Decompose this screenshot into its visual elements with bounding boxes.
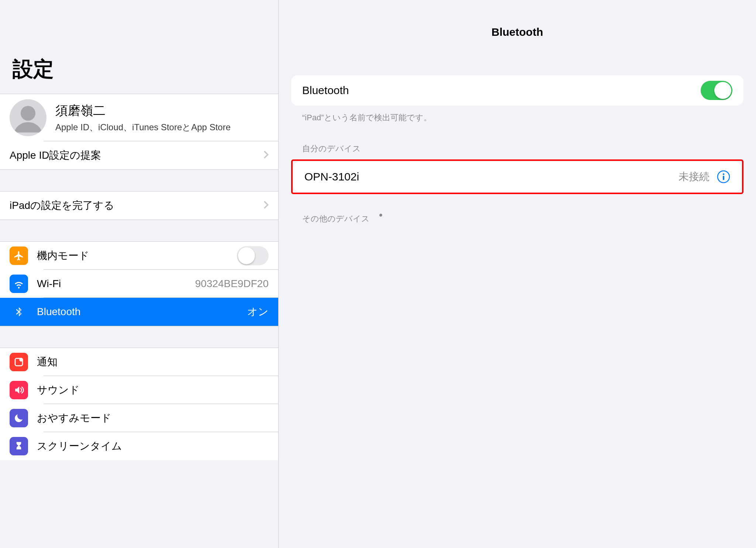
- chevron-right-icon: [263, 200, 269, 211]
- my-devices-card: OPN-3102i 未接続: [293, 162, 741, 192]
- sidebar-item-airplane[interactable]: 機内モード: [0, 242, 278, 270]
- bluetooth-label: Bluetooth: [37, 306, 247, 318]
- general-group: 通知 サウンド おやすみモード スクリーンタイム: [0, 348, 278, 460]
- settings-title: 設定: [0, 0, 278, 94]
- svg-point-2: [19, 358, 23, 362]
- moon-icon: [10, 409, 28, 427]
- wifi-label: Wi-Fi: [37, 278, 195, 290]
- finish-setup-group: iPadの設定を完了する: [0, 191, 278, 220]
- discoverable-caption: “iPad”という名前で検出可能です。: [291, 106, 743, 123]
- airplane-label: 機内モード: [37, 249, 237, 263]
- info-icon[interactable]: [717, 170, 730, 183]
- spinner-icon: [376, 214, 386, 224]
- screentime-label: スクリーンタイム: [37, 439, 269, 453]
- settings-sidebar: 設定 須磨嶺二 Apple ID、iCloud、iTunes StoreとApp…: [0, 0, 279, 548]
- airplane-icon: [10, 247, 28, 265]
- other-devices-row: その他のデバイス: [291, 194, 743, 224]
- appleid-group: 須磨嶺二 Apple ID、iCloud、iTunes StoreとApp St…: [0, 94, 278, 170]
- svg-rect-5: [723, 176, 724, 180]
- notifications-icon: [10, 353, 28, 371]
- other-devices-header: その他のデバイス: [302, 213, 370, 224]
- bluetooth-value: オン: [247, 305, 269, 319]
- avatar-icon: [10, 99, 46, 136]
- notifications-label: 通知: [37, 355, 269, 369]
- finish-setup-label: iPadの設定を完了する: [10, 199, 258, 213]
- sidebar-item-screentime[interactable]: スクリーンタイム: [0, 432, 278, 460]
- wifi-value: 90324BE9DF20: [195, 278, 269, 290]
- sidebar-item-wifi[interactable]: Wi-Fi 90324BE9DF20: [0, 270, 278, 298]
- svg-point-4: [723, 173, 724, 175]
- sidebar-item-bluetooth[interactable]: Bluetooth オン: [0, 298, 278, 326]
- appleid-sub: Apple ID、iCloud、iTunes StoreとApp Store: [55, 121, 269, 133]
- bluetooth-toggle-row[interactable]: Bluetooth: [291, 75, 743, 106]
- svg-point-0: [21, 106, 35, 121]
- bluetooth-toggle-label: Bluetooth: [302, 84, 701, 97]
- appleid-suggestion-row[interactable]: Apple ID設定の提案: [0, 141, 278, 169]
- device-name: OPN-3102i: [304, 170, 679, 183]
- dnd-label: おやすみモード: [37, 411, 269, 425]
- chevron-right-icon: [263, 150, 269, 161]
- appleid-name: 須磨嶺二: [55, 102, 269, 119]
- appleid-row[interactable]: 須磨嶺二 Apple ID、iCloud、iTunes StoreとApp St…: [0, 94, 278, 141]
- connectivity-group: 機内モード Wi-Fi 90324BE9DF20 Bluetooth オン: [0, 241, 278, 326]
- detail-title: Bluetooth: [279, 0, 756, 38]
- highlight-annotation: OPN-3102i 未接続: [291, 159, 743, 194]
- wifi-icon: [10, 275, 28, 293]
- detail-pane: Bluetooth Bluetooth “iPad”という名前で検出可能です。 …: [279, 0, 756, 548]
- bluetooth-toggle-card: Bluetooth: [291, 75, 743, 106]
- sound-icon: [10, 381, 28, 399]
- bluetooth-toggle[interactable]: [701, 81, 732, 100]
- sound-label: サウンド: [37, 383, 269, 397]
- my-devices-header: 自分のデバイス: [291, 123, 743, 159]
- sidebar-item-notifications[interactable]: 通知: [0, 348, 278, 376]
- sidebar-item-dnd[interactable]: おやすみモード: [0, 404, 278, 432]
- device-status: 未接続: [679, 170, 710, 184]
- sidebar-item-sound[interactable]: サウンド: [0, 376, 278, 404]
- bluetooth-icon: [10, 303, 28, 321]
- hourglass-icon: [10, 437, 28, 455]
- finish-setup-row[interactable]: iPadの設定を完了する: [0, 192, 278, 220]
- airplane-toggle[interactable]: [237, 246, 269, 265]
- device-row[interactable]: OPN-3102i 未接続: [293, 162, 741, 192]
- appleid-suggestion-label: Apple ID設定の提案: [10, 148, 258, 162]
